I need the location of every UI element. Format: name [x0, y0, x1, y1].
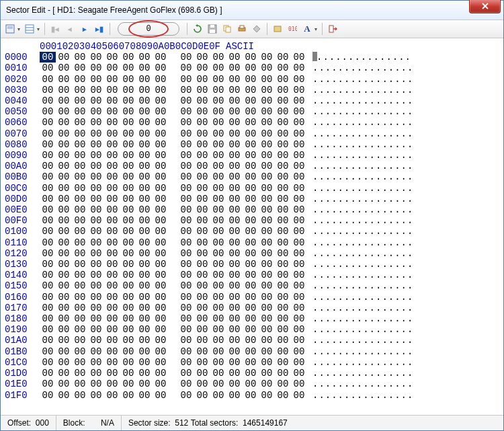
hex-byte[interactable]: 00	[259, 292, 275, 303]
hex-byte[interactable]: 00	[291, 226, 307, 237]
hex-byte[interactable]: 00	[226, 194, 243, 204]
hex-byte[interactable]: 00	[56, 379, 72, 389]
hex-byte[interactable]: 00	[291, 150, 307, 161]
hex-byte[interactable]: 00	[243, 194, 259, 204]
hex-byte[interactable]: 00	[226, 117, 243, 128]
ascii-cell[interactable]: ................	[312, 171, 413, 182]
hex-byte[interactable]: 00	[88, 150, 104, 161]
hex-byte[interactable]: 00	[153, 150, 169, 161]
hex-byte[interactable]: 00	[226, 270, 243, 280]
hex-byte[interactable]: 00	[210, 52, 226, 63]
hex-byte[interactable]: 00	[210, 215, 226, 226]
hex-byte[interactable]: 00	[210, 280, 226, 291]
hex-byte[interactable]: 00	[259, 280, 275, 291]
hex-byte[interactable]: 00	[210, 346, 226, 357]
hex-byte[interactable]: 00	[120, 106, 136, 117]
hex-byte[interactable]: 00	[153, 280, 169, 291]
hex-byte[interactable]: 00	[153, 183, 169, 194]
hex-byte[interactable]: 00	[104, 194, 120, 204]
hex-byte[interactable]: 00	[259, 346, 275, 357]
hex-byte[interactable]: 00	[104, 150, 120, 161]
hex-byte[interactable]: 00	[88, 52, 104, 63]
hex-byte[interactable]: 00	[226, 324, 243, 335]
hex-byte[interactable]: 00	[275, 106, 291, 117]
hex-byte[interactable]: 00	[120, 226, 136, 237]
hex-byte[interactable]: 00	[40, 346, 56, 357]
hex-byte[interactable]: 00	[136, 390, 153, 401]
hex-byte[interactable]: 00	[136, 226, 153, 237]
hex-byte[interactable]: 00	[259, 139, 275, 150]
hex-byte[interactable]: 00	[40, 280, 56, 291]
hex-byte[interactable]: 00	[136, 183, 153, 194]
hex-byte[interactable]: 00	[291, 204, 307, 215]
hex-byte[interactable]: 00	[56, 368, 72, 379]
hex-byte[interactable]: 00	[243, 324, 259, 335]
hex-byte[interactable]: 00	[40, 303, 56, 313]
hex-byte[interactable]: 00	[88, 270, 104, 280]
hex-byte[interactable]: 00	[275, 128, 291, 139]
hex-byte[interactable]: 00	[104, 368, 120, 379]
hex-byte[interactable]: 00	[56, 303, 72, 313]
hex-byte[interactable]: 00	[104, 270, 120, 280]
hex-byte[interactable]: 00	[153, 52, 169, 63]
hex-byte[interactable]: 00	[178, 106, 194, 117]
hex-byte[interactable]: 00	[56, 226, 72, 237]
hex-byte[interactable]: 00	[120, 139, 136, 150]
hex-byte[interactable]: 00	[243, 183, 259, 194]
hex-byte[interactable]: 00	[194, 85, 210, 95]
hex-byte[interactable]: 00	[210, 74, 226, 85]
copy-button[interactable]	[220, 22, 234, 36]
hex-byte[interactable]: 00	[136, 117, 153, 128]
ascii-cell[interactable]: ................	[312, 117, 413, 128]
hex-byte[interactable]: 00	[259, 128, 275, 139]
ascii-cell[interactable]: ................	[312, 324, 413, 335]
hex-byte[interactable]: 00	[275, 390, 291, 401]
hex-byte[interactable]: 00	[40, 117, 56, 128]
hex-byte[interactable]: 00	[259, 237, 275, 248]
hex-byte[interactable]: 00	[88, 171, 104, 182]
hex-byte[interactable]: 00	[291, 303, 307, 313]
hex-byte[interactable]: 00	[88, 292, 104, 303]
hex-byte[interactable]: 00	[120, 63, 136, 73]
hex-byte[interactable]: 00	[178, 95, 194, 106]
ascii-cell[interactable]: ................	[312, 95, 413, 106]
hex-byte[interactable]: 00	[120, 117, 136, 128]
hex-byte[interactable]: 00	[178, 85, 194, 95]
hex-byte[interactable]: 00	[88, 117, 104, 128]
hex-byte[interactable]: 00	[136, 237, 153, 248]
hex-byte[interactable]: 00	[259, 150, 275, 161]
hex-byte[interactable]: 00	[72, 379, 88, 389]
hex-byte[interactable]: 00	[275, 226, 291, 237]
hex-byte[interactable]: 00	[56, 74, 72, 85]
hex-byte[interactable]: 00	[194, 259, 210, 270]
hex-byte[interactable]: 00	[210, 85, 226, 95]
hex-byte[interactable]: 00	[275, 313, 291, 324]
hex-byte[interactable]: 00	[210, 194, 226, 204]
hex-byte[interactable]: 00	[104, 52, 120, 63]
hex-byte[interactable]: 00	[243, 95, 259, 106]
hex-byte[interactable]: 00	[243, 313, 259, 324]
hex-byte[interactable]: 00	[136, 346, 153, 357]
ascii-cell[interactable]: ...............	[312, 52, 411, 63]
hex-byte[interactable]: 00	[120, 280, 136, 291]
hex-byte[interactable]: 00	[226, 161, 243, 171]
print-button[interactable]	[235, 22, 249, 36]
hex-byte[interactable]: 00	[104, 117, 120, 128]
hex-byte[interactable]: 00	[104, 357, 120, 368]
hex-byte[interactable]: 00	[136, 280, 153, 291]
hex-byte[interactable]: 00	[136, 139, 153, 150]
hex-byte[interactable]: 00	[226, 346, 243, 357]
hex-byte[interactable]: 00	[275, 237, 291, 248]
hex-byte[interactable]: 00	[40, 161, 56, 171]
hex-byte[interactable]: 00	[40, 270, 56, 280]
hex-byte[interactable]: 00	[210, 357, 226, 368]
hex-byte[interactable]: 00	[120, 303, 136, 313]
hex-byte[interactable]: 00	[104, 183, 120, 194]
hex-byte[interactable]: 00	[120, 324, 136, 335]
hex-byte[interactable]: 00	[194, 357, 210, 368]
hex-byte[interactable]: 00	[194, 161, 210, 171]
hex-byte[interactable]: 00	[72, 357, 88, 368]
hex-byte[interactable]: 00	[56, 106, 72, 117]
hex-byte[interactable]: 00	[153, 117, 169, 128]
hex-byte[interactable]: 00	[259, 324, 275, 335]
